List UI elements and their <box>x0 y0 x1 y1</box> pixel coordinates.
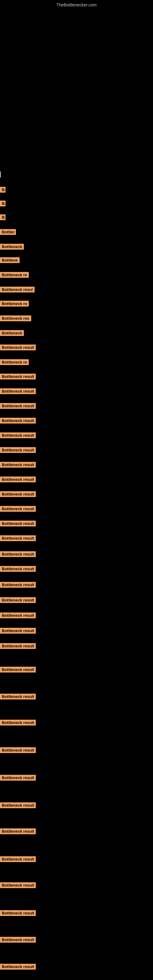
bottleneck-label: Bottleneck result <box>0 694 36 700</box>
bottleneck-label: Bottleneck result <box>0 582 36 588</box>
bottleneck-label-row: Bottleneck result <box>0 535 36 542</box>
bottleneck-label-row: Bottleneck result <box>0 720 36 727</box>
bottleneck-label: Bottleneck result <box>0 882 36 888</box>
bottleneck-label-row: Bottleneck result <box>0 643 36 650</box>
bottleneck-label-row: Bottleneck result <box>0 694 36 701</box>
bottleneck-label-row: Bottleneck result <box>0 582 36 589</box>
bottleneck-label: Bottleneck result <box>0 388 36 394</box>
bottleneck-label-row: Bottleneck result <box>0 667 36 674</box>
bottleneck-label-row: B <box>0 215 5 221</box>
bottleneck-label-row: Bottleneck result <box>0 374 36 381</box>
bottleneck-label-row: Bottleneck result <box>0 477 36 484</box>
bottleneck-label-row: Bottleneck result <box>0 506 36 513</box>
bottleneck-label: Bottlene <box>0 257 19 263</box>
bottleneck-label: Bottleneck result <box>0 551 36 557</box>
bottleneck-label-row: Bottleneck <box>0 244 24 251</box>
bottleneck-label-row: Bottler <box>0 229 16 236</box>
bottleneck-label-row: Bottlene <box>0 257 19 264</box>
bottleneck-label-row: B <box>0 200 5 208</box>
bottleneck-label: Bottleneck result <box>0 747 36 753</box>
bottleneck-label: B <box>0 187 5 192</box>
bottleneck-label: Bottleneck result <box>0 964 36 970</box>
bottleneck-label-row: Bottleneck re <box>0 301 29 308</box>
bottleneck-label-row: Bottleneck <box>0 330 24 337</box>
bottleneck-label-row: Bottleneck result <box>0 388 36 395</box>
bottleneck-label-row: Bottleneck result <box>0 566 36 573</box>
bottleneck-label: Bottleneck result <box>0 418 36 423</box>
bottleneck-label: Bottleneck re <box>0 301 29 307</box>
bottleneck-label-row: Bottleneck result <box>0 829 36 835</box>
bottleneck-label-row: Bottleneck res <box>0 315 31 323</box>
bottleneck-label-row: Bottleneck result <box>0 462 36 469</box>
bottleneck-label-row: Bottleneck re <box>0 272 29 279</box>
bottleneck-label-row: Bottleneck result <box>0 910 36 917</box>
bottleneck-label-row: Bottleneck result <box>0 747 36 754</box>
bottleneck-label: Bottleneck result <box>0 628 36 634</box>
bottleneck-label: Bottleneck result <box>0 535 36 541</box>
bottleneck-label-row: Bottleneck result <box>0 597 36 604</box>
bottleneck-label: Bottleneck result <box>0 477 36 482</box>
bottleneck-label-row: Bottleneck result <box>0 964 36 971</box>
bottleneck-label: Bottleneck result <box>0 491 36 497</box>
bottleneck-label: Bottleneck <box>0 330 24 336</box>
bottleneck-label: Bottleneck result <box>0 720 36 725</box>
bottleneck-label: Bottleneck result <box>0 566 36 572</box>
bottleneck-label-row: Bottleneck result <box>0 856 36 863</box>
bottleneck-label: B <box>0 200 5 207</box>
bottleneck-label-row: B <box>0 187 5 194</box>
bottleneck-label: Bottleneck result <box>0 910 36 916</box>
bottleneck-label: Bottleneck result <box>0 802 36 808</box>
bottleneck-label: Bottler <box>0 229 16 235</box>
bottleneck-label-row: Bottleneck resul <box>0 286 35 294</box>
bottleneck-label-row: Bottleneck result <box>0 551 36 558</box>
bottleneck-label: Bottleneck result <box>0 520 36 527</box>
bottleneck-label: Bottleneck res <box>0 315 31 321</box>
bottleneck-label-row: Bottleneck result <box>0 403 36 410</box>
bottleneck-label: Bottleneck result <box>0 403 36 409</box>
bottleneck-label: Bottleneck result <box>0 667 36 673</box>
bottleneck-label-row: Bottleneck result <box>0 612 36 620</box>
bottleneck-label: Bottleneck re <box>0 359 29 365</box>
bottleneck-label-row: Bottleneck result <box>0 447 36 454</box>
bottleneck-label-row: Bottleneck result <box>0 937 36 944</box>
bottleneck-label: Bottleneck result <box>0 345 36 350</box>
bottleneck-label: Bottleneck result <box>0 856 36 862</box>
bottleneck-label: Bottleneck re <box>0 272 29 278</box>
bottleneck-label-row: Bottleneck result <box>0 433 36 439</box>
bottleneck-label: Bottleneck resul <box>0 286 35 293</box>
bottleneck-label-row: Bottleneck result <box>0 628 36 635</box>
bottleneck-label: Bottleneck result <box>0 937 36 943</box>
bottleneck-label-row: Bottleneck result <box>0 802 36 810</box>
cursor-indicator <box>0 172 1 178</box>
site-title: TheBottlenecker.com <box>56 2 97 7</box>
bottleneck-label: Bottleneck result <box>0 643 36 649</box>
bottleneck-label: Bottleneck result <box>0 775 36 781</box>
bottleneck-label: Bottleneck result <box>0 433 36 438</box>
bottleneck-label-row: Bottleneck result <box>0 520 36 528</box>
bottleneck-label: Bottleneck result <box>0 612 36 618</box>
bottleneck-label: Bottleneck result <box>0 447 36 453</box>
bottleneck-label: Bottleneck result <box>0 374 36 379</box>
bottleneck-label: Bottleneck result <box>0 829 36 834</box>
bottleneck-label-row: Bottleneck result <box>0 345 36 352</box>
bottleneck-label-row: Bottleneck result <box>0 418 36 425</box>
bottleneck-label-row: Bottleneck result <box>0 882 36 889</box>
bottleneck-label: Bottleneck <box>0 244 24 250</box>
bottleneck-label: Bottleneck result <box>0 462 36 468</box>
bottleneck-label-row: Bottleneck re <box>0 359 29 366</box>
bottleneck-label-row: Bottleneck result <box>0 775 36 782</box>
bottleneck-label: Bottleneck result <box>0 597 36 603</box>
bottleneck-label-row: Bottleneck result <box>0 491 36 498</box>
bottleneck-label: Bottleneck result <box>0 506 36 512</box>
bottleneck-label: B <box>0 215 5 220</box>
